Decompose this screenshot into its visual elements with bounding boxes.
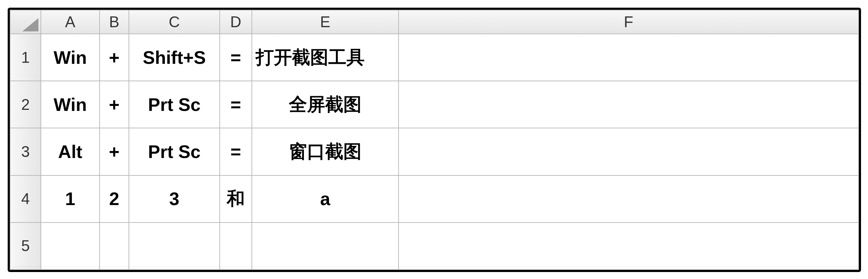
col-header-E[interactable]: E: [252, 10, 399, 34]
cell-C5[interactable]: [129, 223, 220, 270]
cell-A5[interactable]: [41, 223, 100, 270]
col-header-C[interactable]: C: [129, 10, 220, 34]
cell-A2[interactable]: Win: [41, 81, 100, 128]
cell-C3[interactable]: Prt Sc: [129, 128, 220, 175]
cell-A1[interactable]: Win: [41, 34, 100, 81]
col-header-A[interactable]: A: [41, 10, 100, 34]
cell-D3[interactable]: =: [220, 128, 252, 175]
cell-D4[interactable]: 和: [220, 175, 252, 223]
cell-A4[interactable]: 1: [41, 175, 100, 223]
cell-B2[interactable]: +: [100, 81, 129, 128]
cell-E3[interactable]: 窗口截图: [252, 128, 399, 175]
cell-C1[interactable]: Shift+S: [129, 34, 220, 81]
cell-D2[interactable]: =: [220, 81, 252, 128]
cell-E5[interactable]: [252, 223, 399, 270]
col-header-D[interactable]: D: [220, 10, 252, 34]
cell-F3[interactable]: [399, 128, 859, 175]
col-header-B[interactable]: B: [100, 10, 129, 34]
spreadsheet-grid: A B C D E F 1 Win + Shift+S = 打开截图工具 2 W…: [10, 10, 859, 270]
cell-E1[interactable]: 打开截图工具: [252, 34, 399, 81]
cell-B1[interactable]: +: [100, 34, 129, 81]
row-header-3[interactable]: 3: [10, 128, 41, 175]
row-header-2[interactable]: 2: [10, 81, 41, 128]
cell-B4[interactable]: 2: [100, 175, 129, 223]
cell-F2[interactable]: [399, 81, 859, 128]
cell-B3[interactable]: +: [100, 128, 129, 175]
cell-C2[interactable]: Prt Sc: [129, 81, 220, 128]
col-header-F[interactable]: F: [399, 10, 859, 34]
cell-A3[interactable]: Alt: [41, 128, 100, 175]
cell-F1[interactable]: [399, 34, 859, 81]
select-all-corner[interactable]: [10, 10, 41, 34]
cell-F4[interactable]: [399, 175, 859, 223]
cell-D1[interactable]: =: [220, 34, 252, 81]
cell-E4[interactable]: a: [252, 175, 399, 223]
row-header-1[interactable]: 1: [10, 34, 41, 81]
cell-C4[interactable]: 3: [129, 175, 220, 223]
cell-E2[interactable]: 全屏截图: [252, 81, 399, 128]
cell-D5[interactable]: [220, 223, 252, 270]
row-header-5[interactable]: 5: [10, 223, 41, 270]
row-header-4[interactable]: 4: [10, 175, 41, 223]
spreadsheet: A B C D E F 1 Win + Shift+S = 打开截图工具 2 W…: [8, 8, 861, 272]
cell-F5[interactable]: [399, 223, 859, 270]
cell-B5[interactable]: [100, 223, 129, 270]
